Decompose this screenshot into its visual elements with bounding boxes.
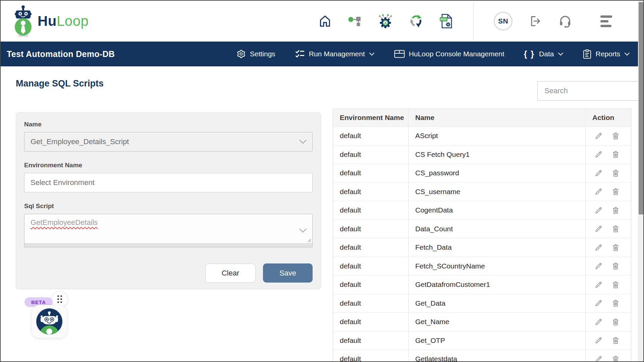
edit-pencil-icon[interactable] bbox=[594, 281, 603, 289]
resize-handle-icon[interactable] bbox=[307, 238, 311, 242]
column-header-environment: Environment Name bbox=[333, 109, 408, 126]
assistant-launcher[interactable] bbox=[32, 305, 67, 338]
user-avatar[interactable]: SN bbox=[494, 12, 513, 31]
cell-environment-name: default bbox=[333, 257, 408, 276]
huloop-wordmark: HuLoop bbox=[38, 13, 89, 29]
edit-pencil-icon[interactable] bbox=[594, 318, 603, 326]
edit-pencil-icon[interactable] bbox=[594, 225, 603, 233]
huloop-robot-logo-icon bbox=[13, 5, 33, 37]
page-scrollbar[interactable] bbox=[638, 1, 643, 361]
sql-script-textarea[interactable]: GetEmployeeDetails bbox=[24, 214, 312, 244]
svg-text:PDF: PDF bbox=[440, 17, 447, 21]
sql-script-form-panel: Name Get_Employee_Details_Script Environ… bbox=[16, 112, 321, 289]
cell-action bbox=[585, 276, 631, 294]
edit-pencil-icon[interactable] bbox=[594, 355, 603, 361]
delete-trash-icon[interactable] bbox=[611, 336, 620, 345]
edit-pencil-icon[interactable] bbox=[594, 169, 603, 177]
delete-trash-icon[interactable] bbox=[611, 299, 620, 307]
edit-pencil-icon[interactable] bbox=[594, 243, 603, 252]
name-select[interactable]: Get_Employee_Details_Script bbox=[24, 132, 313, 152]
edit-pencil-icon[interactable] bbox=[594, 150, 603, 159]
header-toolbar: A PDF bbox=[318, 3, 612, 40]
scrollbar-thumb[interactable] bbox=[639, 2, 643, 215]
cell-environment-name: default bbox=[333, 201, 408, 220]
delete-trash-icon[interactable] bbox=[611, 281, 620, 289]
nav-item-label: Settings bbox=[250, 50, 275, 58]
nav-item-data[interactable]: { } Data bbox=[524, 49, 564, 59]
form-buttons: Clear Save bbox=[24, 263, 313, 283]
nav-item-label: Data bbox=[539, 50, 554, 58]
cell-action bbox=[585, 294, 631, 313]
automation-gear-icon[interactable]: A bbox=[378, 14, 393, 28]
home-icon[interactable] bbox=[318, 14, 332, 28]
delete-trash-icon[interactable] bbox=[611, 150, 620, 159]
gear-icon bbox=[236, 49, 246, 59]
logout-icon[interactable] bbox=[529, 15, 542, 27]
delete-trash-icon[interactable] bbox=[611, 318, 620, 326]
svg-text:A: A bbox=[384, 21, 387, 25]
environment-input[interactable] bbox=[24, 173, 313, 192]
nav-item-run-management[interactable]: Run Management bbox=[295, 50, 375, 58]
table-row: default CogentData bbox=[333, 201, 631, 220]
search-input[interactable] bbox=[537, 81, 639, 101]
cell-environment-name: default bbox=[333, 313, 408, 331]
edit-pencil-icon[interactable] bbox=[594, 132, 603, 140]
delete-trash-icon[interactable] bbox=[611, 187, 620, 196]
cell-name: CS_password bbox=[408, 164, 585, 182]
chevron-down-icon bbox=[299, 139, 307, 144]
environment-label: Environment Name bbox=[24, 162, 313, 169]
cell-name: GetDatafromCustomer1 bbox=[408, 276, 585, 294]
table-row: default Fetch_SCountryName bbox=[333, 257, 631, 276]
delete-trash-icon[interactable] bbox=[611, 206, 620, 215]
table-row: default CS_password bbox=[333, 164, 631, 183]
table-row: default Get_Name bbox=[333, 313, 631, 331]
cell-environment-name: default bbox=[333, 350, 408, 361]
name-label: Name bbox=[24, 121, 313, 128]
chevron-down-icon bbox=[299, 228, 307, 233]
edit-pencil-icon[interactable] bbox=[594, 262, 603, 270]
sync-icon[interactable] bbox=[409, 14, 423, 28]
nav-item-settings[interactable]: Settings bbox=[236, 49, 275, 59]
edit-pencil-icon[interactable] bbox=[594, 206, 603, 215]
cell-action bbox=[585, 257, 631, 276]
delete-trash-icon[interactable] bbox=[611, 243, 620, 252]
delete-trash-icon[interactable] bbox=[611, 132, 620, 140]
edit-pencil-icon[interactable] bbox=[594, 336, 603, 345]
cell-name: CS_username bbox=[408, 183, 585, 201]
cell-environment-name: default bbox=[333, 164, 408, 182]
edit-pencil-icon[interactable] bbox=[594, 299, 603, 307]
clear-button[interactable]: Clear bbox=[205, 263, 256, 283]
delete-trash-icon[interactable] bbox=[611, 355, 620, 361]
cell-name: AScript bbox=[408, 127, 585, 145]
huloop-logo[interactable]: HuLoop bbox=[13, 5, 89, 37]
project-title: Test Automation Demo-DB bbox=[7, 49, 115, 59]
cell-environment-name: default bbox=[333, 145, 408, 164]
report-icon bbox=[583, 49, 591, 59]
cell-action bbox=[585, 331, 631, 350]
column-header-action: Action bbox=[585, 109, 631, 126]
nav-items: Settings Run Management HuLoop C bbox=[236, 49, 630, 59]
sql-script-select[interactable]: GetEmployeeDetails bbox=[24, 214, 313, 247]
delete-trash-icon[interactable] bbox=[611, 262, 620, 270]
beta-assistant-widget: BETA bbox=[24, 292, 75, 342]
nav-item-console-management[interactable]: HuLoop Console Management bbox=[394, 50, 504, 58]
cell-name: CogentData bbox=[408, 201, 585, 220]
save-button[interactable]: Save bbox=[263, 263, 313, 283]
menu-icon[interactable] bbox=[600, 15, 612, 27]
nav-item-reports[interactable]: Reports bbox=[583, 49, 630, 59]
delete-trash-icon[interactable] bbox=[611, 169, 620, 177]
page-title: Manage SQL Scripts bbox=[16, 78, 104, 89]
workflow-icon[interactable] bbox=[348, 15, 362, 27]
sql-scripts-table: Environment Name Name Action default ASc… bbox=[333, 109, 631, 361]
pdf-settings-icon[interactable]: PDF bbox=[439, 13, 453, 29]
nav-item-label: HuLoop Console Management bbox=[409, 50, 504, 58]
cell-environment-name: default bbox=[333, 294, 408, 313]
headset-icon[interactable] bbox=[558, 14, 572, 28]
cell-name: Get_OTP bbox=[408, 331, 585, 350]
delete-trash-icon[interactable] bbox=[611, 225, 620, 233]
nav-item-label: Run Management bbox=[309, 50, 365, 58]
table-row: default AScript bbox=[333, 127, 631, 145]
checklist-icon bbox=[295, 50, 305, 58]
cell-environment-name: default bbox=[333, 220, 408, 238]
edit-pencil-icon[interactable] bbox=[594, 187, 603, 196]
